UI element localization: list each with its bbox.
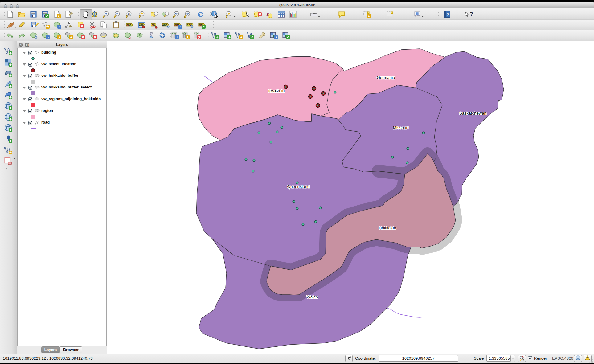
svg-text:Saskatchewan: Saskatchewan [459,111,486,116]
svg-text:Wales: Wales [306,295,318,299]
svg-text:Germania: Germania [377,75,395,80]
svg-text:Queensland: Queensland [287,184,310,189]
svg-text:Missouri: Missouri [393,125,408,130]
svg-text:Hokkaido: Hokkaido [379,226,396,230]
svg-text:1:1: 1:1 [128,13,131,15]
svg-text:KwaZulu: KwaZulu [268,89,285,93]
